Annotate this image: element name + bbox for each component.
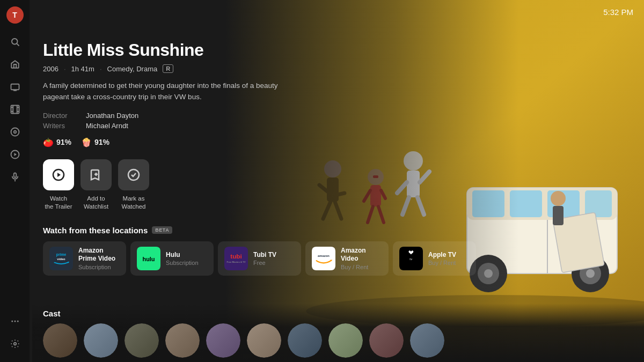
cast-avatar-8[interactable]: [328, 323, 363, 358]
cast-avatar-7[interactable]: [288, 323, 322, 358]
apple-tv-info: Apple TV Buy / Rent: [428, 251, 470, 267]
user-avatar[interactable]: T: [6, 6, 24, 24]
location-amazon-video[interactable]: amazon Amazon Video Buy / Rent: [305, 241, 389, 276]
discover-icon[interactable]: [5, 122, 25, 142]
cast-section: Cast: [32, 304, 644, 362]
home-icon[interactable]: [5, 55, 25, 74]
hulu-logo: hulu: [137, 247, 160, 270]
watch-trailer-button[interactable]: Watchthe Trailer: [43, 159, 74, 211]
tubi-name: Tubi TV: [253, 251, 295, 260]
play-icon[interactable]: [5, 145, 25, 164]
cast-avatar-9[interactable]: [369, 323, 404, 358]
prime-video-info: Amazon Prime Video Subscription: [78, 247, 120, 270]
svg-text:amazon: amazon: [318, 254, 330, 257]
svg-point-56: [11, 321, 13, 322]
apple-tv-sub: Buy / Rent: [428, 260, 470, 266]
mark-watched-icon-wrap: [118, 159, 149, 190]
watch-locations-header: Watch from these locations BETA: [43, 226, 322, 235]
cast-title: Cast: [43, 309, 633, 318]
location-prime-video[interactable]: prime video Amazon Prime Video Subscript…: [43, 241, 126, 276]
writers-row: Writers Michael Arndt: [43, 122, 322, 130]
svg-point-57: [14, 321, 16, 322]
movie-runtime: 1h 41m: [71, 65, 94, 73]
svg-point-50: [11, 128, 19, 136]
svg-text:tubi: tubi: [230, 253, 242, 260]
film-icon[interactable]: [5, 100, 25, 119]
add-watchlist-label: Add toWatchlist: [84, 195, 108, 211]
search-icon[interactable]: [5, 32, 25, 51]
hulu-name: Hulu: [166, 251, 207, 260]
location-hulu[interactable]: hulu Hulu Subscription: [130, 241, 214, 276]
cast-avatar-6[interactable]: [247, 323, 281, 358]
cast-avatar-10[interactable]: [410, 323, 444, 358]
svg-text:hulu: hulu: [142, 256, 155, 262]
hulu-sub: Subscription: [166, 260, 207, 266]
svg-text:prime: prime: [56, 253, 67, 257]
cast-row: [43, 323, 633, 358]
svg-point-59: [13, 343, 16, 345]
cast-avatar-4[interactable]: [165, 323, 200, 358]
prime-video-logo: prime video: [49, 247, 73, 270]
add-watchlist-button[interactable]: Add toWatchlist: [80, 159, 112, 211]
tomato-value: 91%: [56, 138, 71, 146]
writers-label: Writers: [43, 122, 75, 130]
amazon-video-sub: Buy / Rent: [341, 264, 382, 270]
popcorn-score: 🍿 91%: [81, 137, 109, 147]
clock: 5:32 PM: [603, 8, 633, 17]
svg-point-51: [13, 131, 16, 134]
apple-tv-logo: tv: [399, 247, 423, 270]
mark-watched-button[interactable]: Mark asWatched: [118, 159, 149, 211]
mic-icon[interactable]: [5, 167, 25, 187]
svg-line-40: [17, 43, 19, 46]
director-label: Director: [43, 112, 75, 120]
svg-rect-74: [312, 247, 335, 270]
tubi-sub: Free: [253, 260, 295, 266]
director-value: Jonathan Dayton: [86, 112, 138, 120]
movie-year: 2006: [43, 65, 58, 73]
meta-divider-1: ·: [64, 65, 66, 73]
watch-trailer-icon-wrap: [43, 159, 74, 190]
scores: 🍅 91% 🍿 91%: [43, 137, 322, 147]
svg-marker-53: [14, 153, 17, 156]
cast-avatar-3[interactable]: [125, 323, 159, 358]
action-buttons: Watchthe Trailer Add toWatchlist Mark as…: [43, 159, 322, 211]
movie-title: Little Miss Sunshine: [43, 40, 322, 60]
movie-meta: 2006 · 1h 41m · Comedy, Drama R: [43, 64, 322, 73]
tv-icon[interactable]: [5, 77, 25, 97]
hulu-info: Hulu Subscription: [166, 251, 207, 267]
popcorn-value: 91%: [94, 138, 109, 146]
cast-avatar-2[interactable]: [84, 323, 118, 358]
dots-icon[interactable]: [5, 312, 25, 331]
location-tubi[interactable]: tubi Free Movies & TV Tubi TV Free: [218, 241, 301, 276]
cast-avatar-5[interactable]: [206, 323, 240, 358]
add-watchlist-icon-wrap: [80, 159, 112, 190]
amazon-video-info: Amazon Video Buy / Rent: [341, 247, 382, 270]
movie-genres: Comedy, Drama: [107, 65, 158, 73]
svg-point-58: [17, 321, 18, 322]
sidebar: T: [0, 0, 30, 362]
amazon-video-name: Amazon Video: [341, 247, 382, 263]
location-apple-tv[interactable]: tv Apple TV Buy / Rent: [393, 241, 476, 276]
watch-trailer-label: Watchthe Trailer: [45, 195, 72, 211]
rating-badge: R: [163, 64, 173, 73]
meta-divider-2: ·: [100, 65, 102, 73]
writers-value: Michael Arndt: [86, 122, 128, 130]
tubi-logo: tubi Free Movies & TV: [224, 247, 248, 270]
watch-locations-title: Watch from these locations: [43, 226, 148, 235]
svg-text:Free Movies & TV: Free Movies & TV: [227, 260, 246, 263]
settings-icon[interactable]: [5, 334, 25, 353]
tomato-icon: 🍅: [43, 137, 54, 147]
tubi-info: Tubi TV Free: [253, 251, 295, 267]
svg-point-39: [12, 39, 18, 45]
apple-tv-name: Apple TV: [428, 251, 470, 260]
watch-locations: Watch from these locations BETA prime vi…: [43, 226, 322, 276]
svg-text:tv: tv: [409, 257, 412, 261]
beta-badge: BETA: [152, 226, 172, 234]
location-cards: prime video Amazon Prime Video Subscript…: [43, 241, 322, 276]
cast-avatar-1[interactable]: [43, 323, 77, 358]
popcorn-icon: 🍿: [81, 137, 92, 147]
prime-video-sub: Subscription: [78, 264, 120, 270]
credits: Director Jonathan Dayton Writers Michael…: [43, 112, 322, 130]
tomato-score: 🍅 91%: [43, 137, 71, 147]
svg-text:video: video: [57, 257, 65, 260]
